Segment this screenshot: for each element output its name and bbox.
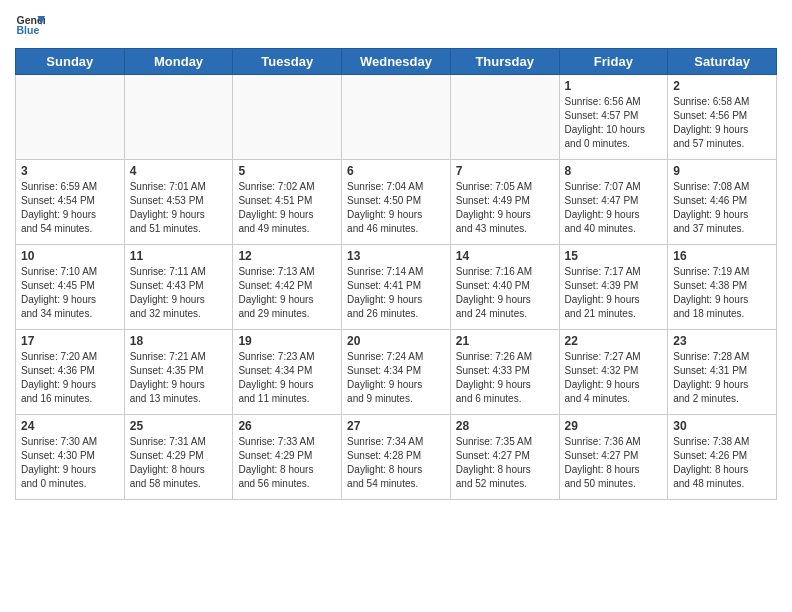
day-info: Sunrise: 7:21 AM Sunset: 4:35 PM Dayligh…	[130, 350, 228, 406]
day-info: Sunrise: 7:31 AM Sunset: 4:29 PM Dayligh…	[130, 435, 228, 491]
calendar-cell: 22Sunrise: 7:27 AM Sunset: 4:32 PM Dayli…	[559, 330, 668, 415]
weekday-header-tuesday: Tuesday	[233, 49, 342, 75]
day-number: 9	[673, 164, 771, 178]
day-info: Sunrise: 7:33 AM Sunset: 4:29 PM Dayligh…	[238, 435, 336, 491]
day-number: 2	[673, 79, 771, 93]
day-info: Sunrise: 7:05 AM Sunset: 4:49 PM Dayligh…	[456, 180, 554, 236]
day-number: 8	[565, 164, 663, 178]
calendar-cell: 12Sunrise: 7:13 AM Sunset: 4:42 PM Dayli…	[233, 245, 342, 330]
calendar-cell: 1Sunrise: 6:56 AM Sunset: 4:57 PM Daylig…	[559, 75, 668, 160]
day-number: 7	[456, 164, 554, 178]
day-info: Sunrise: 7:14 AM Sunset: 4:41 PM Dayligh…	[347, 265, 445, 321]
day-number: 3	[21, 164, 119, 178]
calendar-cell: 2Sunrise: 6:58 AM Sunset: 4:56 PM Daylig…	[668, 75, 777, 160]
day-info: Sunrise: 7:17 AM Sunset: 4:39 PM Dayligh…	[565, 265, 663, 321]
logo-icon: General Blue	[15, 10, 45, 40]
calendar-table: SundayMondayTuesdayWednesdayThursdayFrid…	[15, 48, 777, 500]
day-info: Sunrise: 7:08 AM Sunset: 4:46 PM Dayligh…	[673, 180, 771, 236]
week-row-4: 17Sunrise: 7:20 AM Sunset: 4:36 PM Dayli…	[16, 330, 777, 415]
calendar-cell	[450, 75, 559, 160]
week-row-5: 24Sunrise: 7:30 AM Sunset: 4:30 PM Dayli…	[16, 415, 777, 500]
calendar-cell: 30Sunrise: 7:38 AM Sunset: 4:26 PM Dayli…	[668, 415, 777, 500]
svg-text:Blue: Blue	[17, 24, 40, 36]
day-info: Sunrise: 7:23 AM Sunset: 4:34 PM Dayligh…	[238, 350, 336, 406]
calendar-cell: 8Sunrise: 7:07 AM Sunset: 4:47 PM Daylig…	[559, 160, 668, 245]
week-row-2: 3Sunrise: 6:59 AM Sunset: 4:54 PM Daylig…	[16, 160, 777, 245]
weekday-header-saturday: Saturday	[668, 49, 777, 75]
day-number: 6	[347, 164, 445, 178]
day-info: Sunrise: 7:34 AM Sunset: 4:28 PM Dayligh…	[347, 435, 445, 491]
day-number: 22	[565, 334, 663, 348]
calendar-cell: 20Sunrise: 7:24 AM Sunset: 4:34 PM Dayli…	[342, 330, 451, 415]
day-number: 12	[238, 249, 336, 263]
day-number: 29	[565, 419, 663, 433]
day-number: 18	[130, 334, 228, 348]
calendar-cell: 21Sunrise: 7:26 AM Sunset: 4:33 PM Dayli…	[450, 330, 559, 415]
weekday-header-row: SundayMondayTuesdayWednesdayThursdayFrid…	[16, 49, 777, 75]
day-info: Sunrise: 7:11 AM Sunset: 4:43 PM Dayligh…	[130, 265, 228, 321]
calendar-cell	[124, 75, 233, 160]
day-info: Sunrise: 7:19 AM Sunset: 4:38 PM Dayligh…	[673, 265, 771, 321]
calendar-cell: 4Sunrise: 7:01 AM Sunset: 4:53 PM Daylig…	[124, 160, 233, 245]
day-info: Sunrise: 7:01 AM Sunset: 4:53 PM Dayligh…	[130, 180, 228, 236]
day-info: Sunrise: 7:10 AM Sunset: 4:45 PM Dayligh…	[21, 265, 119, 321]
day-number: 24	[21, 419, 119, 433]
calendar-cell: 28Sunrise: 7:35 AM Sunset: 4:27 PM Dayli…	[450, 415, 559, 500]
day-info: Sunrise: 7:26 AM Sunset: 4:33 PM Dayligh…	[456, 350, 554, 406]
calendar-cell: 29Sunrise: 7:36 AM Sunset: 4:27 PM Dayli…	[559, 415, 668, 500]
calendar-cell: 5Sunrise: 7:02 AM Sunset: 4:51 PM Daylig…	[233, 160, 342, 245]
day-number: 27	[347, 419, 445, 433]
day-info: Sunrise: 7:38 AM Sunset: 4:26 PM Dayligh…	[673, 435, 771, 491]
day-info: Sunrise: 7:07 AM Sunset: 4:47 PM Dayligh…	[565, 180, 663, 236]
day-info: Sunrise: 7:16 AM Sunset: 4:40 PM Dayligh…	[456, 265, 554, 321]
calendar-cell: 16Sunrise: 7:19 AM Sunset: 4:38 PM Dayli…	[668, 245, 777, 330]
day-info: Sunrise: 7:04 AM Sunset: 4:50 PM Dayligh…	[347, 180, 445, 236]
calendar-cell: 11Sunrise: 7:11 AM Sunset: 4:43 PM Dayli…	[124, 245, 233, 330]
day-number: 23	[673, 334, 771, 348]
day-number: 16	[673, 249, 771, 263]
day-number: 13	[347, 249, 445, 263]
calendar-cell: 3Sunrise: 6:59 AM Sunset: 4:54 PM Daylig…	[16, 160, 125, 245]
day-number: 20	[347, 334, 445, 348]
day-number: 5	[238, 164, 336, 178]
day-number: 19	[238, 334, 336, 348]
page-container: General Blue SundayMondayTuesdayWednesda…	[0, 0, 792, 510]
day-info: Sunrise: 7:30 AM Sunset: 4:30 PM Dayligh…	[21, 435, 119, 491]
calendar-cell: 24Sunrise: 7:30 AM Sunset: 4:30 PM Dayli…	[16, 415, 125, 500]
day-info: Sunrise: 7:24 AM Sunset: 4:34 PM Dayligh…	[347, 350, 445, 406]
logo: General Blue	[15, 10, 45, 40]
calendar-cell	[233, 75, 342, 160]
day-number: 17	[21, 334, 119, 348]
day-info: Sunrise: 7:36 AM Sunset: 4:27 PM Dayligh…	[565, 435, 663, 491]
day-info: Sunrise: 7:27 AM Sunset: 4:32 PM Dayligh…	[565, 350, 663, 406]
calendar-cell: 26Sunrise: 7:33 AM Sunset: 4:29 PM Dayli…	[233, 415, 342, 500]
calendar-cell: 14Sunrise: 7:16 AM Sunset: 4:40 PM Dayli…	[450, 245, 559, 330]
day-number: 14	[456, 249, 554, 263]
day-info: Sunrise: 6:59 AM Sunset: 4:54 PM Dayligh…	[21, 180, 119, 236]
day-number: 30	[673, 419, 771, 433]
week-row-1: 1Sunrise: 6:56 AM Sunset: 4:57 PM Daylig…	[16, 75, 777, 160]
day-number: 28	[456, 419, 554, 433]
day-number: 10	[21, 249, 119, 263]
day-number: 1	[565, 79, 663, 93]
calendar-cell: 18Sunrise: 7:21 AM Sunset: 4:35 PM Dayli…	[124, 330, 233, 415]
day-info: Sunrise: 7:02 AM Sunset: 4:51 PM Dayligh…	[238, 180, 336, 236]
day-number: 21	[456, 334, 554, 348]
calendar-cell: 13Sunrise: 7:14 AM Sunset: 4:41 PM Dayli…	[342, 245, 451, 330]
weekday-header-sunday: Sunday	[16, 49, 125, 75]
day-info: Sunrise: 6:58 AM Sunset: 4:56 PM Dayligh…	[673, 95, 771, 151]
calendar-cell: 25Sunrise: 7:31 AM Sunset: 4:29 PM Dayli…	[124, 415, 233, 500]
day-number: 4	[130, 164, 228, 178]
day-info: Sunrise: 7:13 AM Sunset: 4:42 PM Dayligh…	[238, 265, 336, 321]
day-number: 15	[565, 249, 663, 263]
weekday-header-wednesday: Wednesday	[342, 49, 451, 75]
calendar-cell: 9Sunrise: 7:08 AM Sunset: 4:46 PM Daylig…	[668, 160, 777, 245]
day-number: 25	[130, 419, 228, 433]
day-info: Sunrise: 6:56 AM Sunset: 4:57 PM Dayligh…	[565, 95, 663, 151]
day-number: 26	[238, 419, 336, 433]
day-info: Sunrise: 7:28 AM Sunset: 4:31 PM Dayligh…	[673, 350, 771, 406]
day-number: 11	[130, 249, 228, 263]
calendar-cell: 19Sunrise: 7:23 AM Sunset: 4:34 PM Dayli…	[233, 330, 342, 415]
week-row-3: 10Sunrise: 7:10 AM Sunset: 4:45 PM Dayli…	[16, 245, 777, 330]
calendar-cell	[342, 75, 451, 160]
